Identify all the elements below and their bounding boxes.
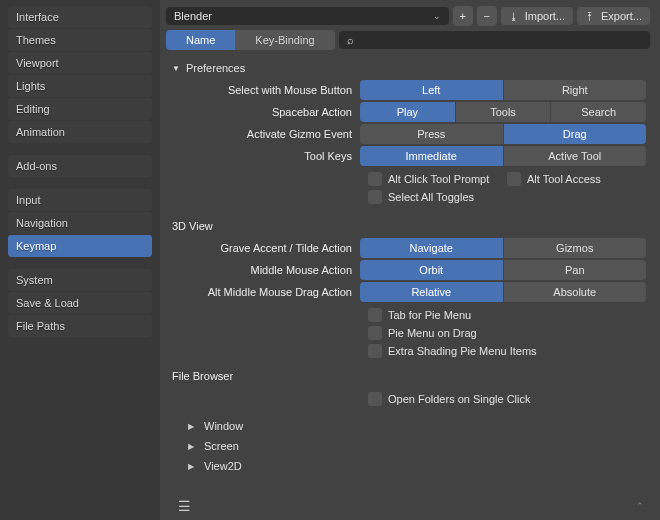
row-label: Grave Accent / Tilde Action <box>170 242 360 254</box>
triangle-right-icon: ▶ <box>188 442 194 451</box>
check-label: Alt Click Tool Prompt <box>388 173 489 185</box>
sidebar-item-input[interactable]: Input <box>8 189 152 211</box>
tab-name[interactable]: Name <box>166 30 235 50</box>
minus-icon: − <box>483 10 489 22</box>
expand-label: View2D <box>204 460 242 472</box>
checkbox-tab-pie-menu[interactable] <box>368 308 382 322</box>
checkbox-alt-tool-access[interactable] <box>507 172 521 186</box>
row-label: Select with Mouse Button <box>170 84 360 96</box>
export-icon: ⭱ <box>585 11 595 22</box>
tab-keybinding[interactable]: Key-Binding <box>235 30 334 50</box>
add-preset-button[interactable]: + <box>453 6 473 26</box>
check-label: Select All Toggles <box>388 191 474 203</box>
sidebar-item-animation[interactable]: Animation <box>8 121 152 143</box>
search-input[interactable]: ⌕ <box>339 31 650 49</box>
checkbox-select-all-toggles[interactable] <box>368 190 382 204</box>
row-label: Activate Gizmo Event <box>170 128 360 140</box>
sidebar-item-add-ons[interactable]: Add-ons <box>8 155 152 177</box>
checkbox-open-folders-single-click[interactable] <box>368 392 382 406</box>
seg-gizmos[interactable]: Gizmos <box>504 238 647 258</box>
sidebar-item-themes[interactable]: Themes <box>8 29 152 51</box>
expand-label: Window <box>204 420 243 432</box>
expand-screen[interactable]: ▶Screen <box>170 436 646 456</box>
sidebar-item-navigation[interactable]: Navigation <box>8 212 152 234</box>
check-label: Pie Menu on Drag <box>388 327 477 339</box>
import-label: Import... <box>525 10 565 22</box>
scroll-top-icon[interactable]: ⌃ <box>636 501 644 511</box>
main-panel: Blender ⌄ + − ⭳ Import... ⭱ Export... Na… <box>160 0 660 520</box>
seg-press[interactable]: Press <box>360 124 503 144</box>
check-label: Open Folders on Single Click <box>388 393 530 405</box>
seg-drag[interactable]: Drag <box>504 124 647 144</box>
seg-orbit[interactable]: Orbit <box>360 260 503 280</box>
plus-icon: + <box>459 10 465 22</box>
search-icon: ⌕ <box>347 34 354 46</box>
check-label: Extra Shading Pie Menu Items <box>388 345 537 357</box>
sidebar-item-system[interactable]: System <box>8 269 152 291</box>
sidebar-item-file-paths[interactable]: File Paths <box>8 315 152 337</box>
checkbox-extra-shading-pie[interactable] <box>368 344 382 358</box>
import-button[interactable]: ⭳ Import... <box>501 7 573 25</box>
seg-right[interactable]: Right <box>504 80 647 100</box>
preset-value: Blender <box>174 10 212 22</box>
preferences-header[interactable]: ▼ Preferences <box>170 56 646 80</box>
seg-play[interactable]: Play <box>360 102 455 122</box>
triangle-right-icon: ▶ <box>188 422 194 431</box>
sidebar-item-editing[interactable]: Editing <box>8 98 152 120</box>
row-label: Alt Middle Mouse Drag Action <box>170 286 360 298</box>
seg-relative[interactable]: Relative <box>360 282 503 302</box>
row-label: Tool Keys <box>170 150 360 162</box>
sidebar-item-lights[interactable]: Lights <box>8 75 152 97</box>
triangle-right-icon: ▶ <box>188 462 194 471</box>
tab-bar: Name Key-Binding ⌕ <box>166 30 650 50</box>
triangle-down-icon: ▼ <box>172 64 180 73</box>
expand-view2d[interactable]: ▶View2D <box>170 456 646 476</box>
seg-immediate[interactable]: Immediate <box>360 146 503 166</box>
seg-left[interactable]: Left <box>360 80 503 100</box>
row-label: Spacebar Action <box>170 106 360 118</box>
sidebar: InterfaceThemesViewportLightsEditingAnim… <box>0 0 160 520</box>
row-label: Middle Mouse Action <box>170 264 360 276</box>
seg-absolute[interactable]: Absolute <box>504 282 647 302</box>
topbar: Blender ⌄ + − ⭳ Import... ⭱ Export... <box>166 6 650 26</box>
expand-window[interactable]: ▶Window <box>170 416 646 436</box>
chevron-down-icon: ⌄ <box>433 11 441 21</box>
sidebar-item-interface[interactable]: Interface <box>8 6 152 28</box>
seg-tools[interactable]: Tools <box>456 102 551 122</box>
checkbox-pie-menu-drag[interactable] <box>368 326 382 340</box>
seg-pan[interactable]: Pan <box>504 260 647 280</box>
check-label: Alt Tool Access <box>527 173 601 185</box>
footer: ☰ ⌃ <box>166 494 650 514</box>
seg-search[interactable]: Search <box>551 102 646 122</box>
check-label: Tab for Pie Menu <box>388 309 471 321</box>
preferences-title: Preferences <box>186 62 245 74</box>
expand-label: Screen <box>204 440 239 452</box>
export-button[interactable]: ⭱ Export... <box>577 7 650 25</box>
sidebar-item-keymap[interactable]: Keymap <box>8 235 152 257</box>
sidebar-item-save-load[interactable]: Save & Load <box>8 292 152 314</box>
hamburger-icon[interactable]: ☰ <box>172 498 191 514</box>
content-area: ▼ Preferences Select with Mouse ButtonLe… <box>166 56 650 494</box>
export-label: Export... <box>601 10 642 22</box>
filebrowser-header: File Browser <box>170 364 646 388</box>
view3d-header: 3D View <box>170 214 646 238</box>
seg-active-tool[interactable]: Active Tool <box>504 146 647 166</box>
sidebar-item-viewport[interactable]: Viewport <box>8 52 152 74</box>
checkbox-alt-click-tool-prompt[interactable] <box>368 172 382 186</box>
remove-preset-button[interactable]: − <box>477 6 497 26</box>
import-icon: ⭳ <box>509 11 519 22</box>
seg-navigate[interactable]: Navigate <box>360 238 503 258</box>
preset-dropdown[interactable]: Blender ⌄ <box>166 7 449 25</box>
